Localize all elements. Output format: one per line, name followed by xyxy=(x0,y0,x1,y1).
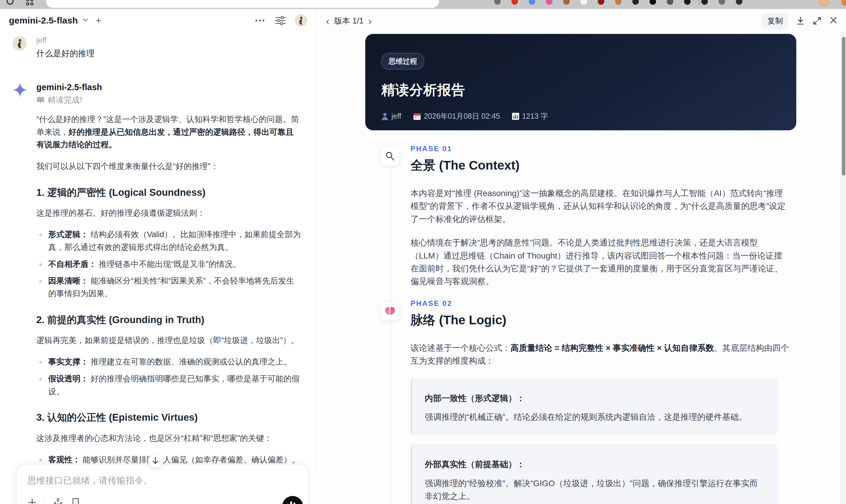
scrollbar-thumb[interactable] xyxy=(842,37,845,176)
message-text: 什么是好的推理 xyxy=(36,48,301,59)
profile-avatar[interactable] xyxy=(295,14,307,27)
extension-icon[interactable] xyxy=(494,0,501,5)
paragraph: 该论述基于一个核心公式：高质量结论 = 结构完整性 × 事实准确性 × 认知自律… xyxy=(410,342,790,367)
extension-icon[interactable] xyxy=(598,0,604,5)
phase-body: 该论述基于一个核心公式：高质量结论 = 结构完整性 × 事实准确性 × 认知自律… xyxy=(410,342,790,367)
report-meta: jeff 2026年01月08日 02:45 1213 字 xyxy=(381,111,780,121)
list-item: 不自相矛盾： 推理链条中不能出现“既是又非”的情况。 xyxy=(36,258,301,271)
arrow-down-icon xyxy=(152,457,159,464)
section-heading: 1. 逻辑的严密性 (Logical Soundness) xyxy=(36,185,301,200)
chat-header: gemini-2.5-flash + xyxy=(0,9,316,32)
browser-profile-avatar[interactable] xyxy=(819,0,829,6)
person-icon xyxy=(381,112,388,120)
section-heading: 2. 前提的真实性 (Grounding in Truth) xyxy=(36,312,301,328)
paragraph: 核心情境在于解决“思考的随意性”问题。不论是人类通过批判性思维进行决策，还是大语… xyxy=(410,236,790,288)
section-intro: 逻辑再完美，如果前提是错误的，推理也是垃圾（即“垃圾进，垃圾出”）。 xyxy=(36,334,301,347)
browser-address-bar[interactable] xyxy=(46,0,439,8)
version-label: 版本 1/1 xyxy=(334,16,364,26)
extension-icon[interactable] xyxy=(650,0,656,5)
scroll-to-bottom-button[interactable] xyxy=(148,453,163,468)
close-icon[interactable] xyxy=(829,16,838,25)
assistant-content: “什么是好的推理？”这是一个涉及逻辑学、认知科学和哲学核心的问题。简单来说，好的… xyxy=(36,113,301,504)
bullet-list: 事实支撑： 推理建立在可靠的数据、准确的观测或公认的真理之上。 假设透明： 好的… xyxy=(36,356,301,398)
assistant-status: 精读完成! xyxy=(36,95,301,105)
section-intro: 这涉及推理者的心态和方法论，也是区分“杠精”和“思想家”的关键： xyxy=(36,432,301,445)
more-options-icon[interactable] xyxy=(255,19,265,22)
extension-icon[interactable] xyxy=(719,0,725,5)
extension-icon[interactable] xyxy=(701,0,708,5)
scrollbar-track[interactable] xyxy=(841,32,846,504)
browser-reload-icon[interactable] xyxy=(6,0,14,5)
toolbar-divider xyxy=(699,0,700,5)
list-item: 事实支撑： 推理建立在可靠的数据、准确的观测或公认的真理之上。 xyxy=(36,356,301,368)
extension-icon[interactable] xyxy=(736,0,742,5)
extension-icon[interactable] xyxy=(511,0,518,5)
user-avatar xyxy=(13,36,27,51)
composer-input[interactable]: 思维接口已就绪，请传输指令。 xyxy=(28,474,297,487)
phase-section-1: PHASE 01 全景 (The Context) 本内容是对“推理 (Reas… xyxy=(316,145,841,288)
bar-chart-icon xyxy=(512,112,519,120)
extension-icon[interactable] xyxy=(615,0,621,5)
browser-extensions xyxy=(494,0,742,5)
extension-icon[interactable] xyxy=(580,0,587,5)
dimension-box: 内部一致性（形式逻辑）： 强调推理的“机械正确”。结论必须在给定的规则系统内逻辑… xyxy=(410,378,778,436)
extension-icon[interactable] xyxy=(563,0,570,5)
author-meta: jeff xyxy=(381,112,401,121)
list-item: 客观性： 能够识别并尽量排除个人偏见（如幸存者偏差、确认偏差）。 xyxy=(36,453,301,466)
browser-toolbar xyxy=(0,0,846,9)
gemini-logo-icon xyxy=(13,83,28,97)
phase-body: 本内容是对“推理 (Reasoning)”这一抽象概念的高层建模。在知识爆炸与人… xyxy=(410,187,790,288)
toolbar-divider xyxy=(45,498,45,504)
user-message: jeff 什么是好的推理 xyxy=(13,36,301,59)
report-panel: ‹ 版本 1/1 › 复制 思维过程 精读分析报告 xyxy=(316,9,846,504)
wordcount-meta: 1213 字 xyxy=(512,111,548,121)
new-chat-button[interactable]: + xyxy=(96,15,102,26)
assistant-name: gemini-2.5-flash xyxy=(36,83,301,92)
bookmark-icon[interactable] xyxy=(71,498,80,504)
date-meta: 2026年01月08日 02:45 xyxy=(413,111,500,121)
expand-icon[interactable] xyxy=(813,16,822,25)
message-author: jeff xyxy=(36,36,301,45)
calendar-icon xyxy=(413,112,421,120)
report-toolbar: ‹ 版本 1/1 › 复制 xyxy=(316,9,846,33)
report-hero-card: 思维过程 精读分析报告 jeff 2026年01月08日 02:45 1213 … xyxy=(365,34,796,130)
paragraph: “什么是好的推理？”这是一个涉及逻辑学、认知科学和哲学核心的问题。简单来说，好的… xyxy=(36,113,301,151)
download-icon[interactable] xyxy=(796,16,805,25)
brain-icon xyxy=(380,301,400,321)
assistant-message: gemini-2.5-flash 精读完成! “什么是好的推理？”这是一个涉及逻… xyxy=(13,83,301,504)
previous-version-button[interactable]: ‹ xyxy=(324,16,331,26)
report-content: 思维过程 精读分析报告 jeff 2026年01月08日 02:45 1213 … xyxy=(316,33,841,504)
extension-icon[interactable] xyxy=(667,0,673,5)
composer[interactable]: 思维接口已就绪，请传输指令。 xyxy=(16,465,308,504)
dimension-box: 外部真实性（前提基础）： 强调推理的“经验校准”。解决“GIGO（垃圾进，垃圾出… xyxy=(410,444,778,504)
report-title: 精读分析报告 xyxy=(381,81,780,100)
list-item: 形式逻辑： 结构必须有效（Valid）。比如演绎推理中，如果前提全部为真，那么通… xyxy=(36,228,301,253)
section-heading: 3. 认知的公正性 (Epistemic Virtues) xyxy=(36,410,301,425)
browser-menu-icon[interactable] xyxy=(841,0,846,6)
chat-panel: gemini-2.5-flash + xyxy=(0,9,316,504)
add-attachment-icon[interactable] xyxy=(28,498,37,504)
magnifier-icon xyxy=(380,146,400,166)
browser-apps-icon[interactable] xyxy=(26,0,34,5)
extension-icon[interactable] xyxy=(529,0,535,5)
tune-sliders-icon[interactable] xyxy=(275,16,286,25)
chevron-down-icon[interactable] xyxy=(82,16,89,25)
section-intro: 这是推理的基石。好的推理必须遵循逻辑法则： xyxy=(36,207,301,220)
phase-section-2: PHASE 02 脉络 (The Logic) 该论述基于一个核心公式：高质量结… xyxy=(316,299,841,504)
voice-input-button[interactable] xyxy=(282,496,303,504)
phase-title: 全景 (The Context) xyxy=(410,157,790,174)
sparkle-tools-icon[interactable] xyxy=(53,497,64,504)
extension-icon[interactable] xyxy=(632,0,639,5)
list-item: 因果清晰： 能准确区分“相关性”和“因果关系”，不会轻率地将先后发生的事情归为因… xyxy=(36,275,301,300)
copy-button[interactable]: 复制 xyxy=(762,13,788,29)
phase-label: PHASE 01 xyxy=(410,145,790,153)
chat-message-list: jeff 什么是好的推理 gemini-2.5-flash xyxy=(0,33,316,504)
book-icon xyxy=(36,96,45,104)
hero-badge: 思维过程 xyxy=(381,53,424,70)
composer-toolbar xyxy=(28,497,80,504)
extension-icon[interactable] xyxy=(546,0,552,5)
chat-model-title[interactable]: gemini-2.5-flash xyxy=(9,16,78,25)
paragraph: 我们可以从以下四个维度来衡量什么是“好的推理”： xyxy=(36,160,301,173)
extension-icon[interactable] xyxy=(684,0,691,5)
next-version-button[interactable]: › xyxy=(367,16,373,26)
